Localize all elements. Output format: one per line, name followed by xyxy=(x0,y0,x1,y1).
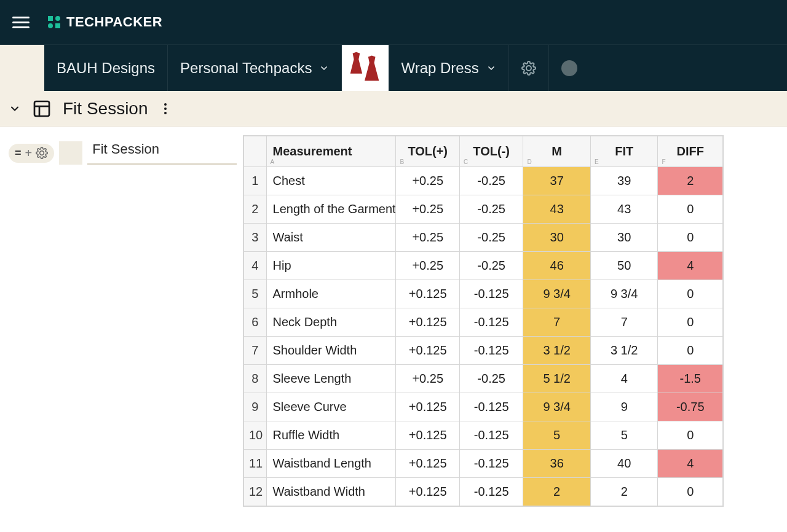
cell-tol-minus[interactable]: -0.125 xyxy=(459,478,523,506)
cell-tol-plus[interactable]: +0.125 xyxy=(396,280,459,308)
cell-m[interactable]: 46 xyxy=(523,252,591,280)
cell-fit[interactable]: 3 1/2 xyxy=(590,337,658,365)
cell-diff[interactable]: 0 xyxy=(658,478,723,506)
cell-tol-minus[interactable]: -0.125 xyxy=(459,308,523,337)
corner-cell[interactable] xyxy=(244,136,267,167)
fit-session-sheet[interactable]: Measurement A TOL(+) B TOL(-) C M xyxy=(243,135,724,507)
cell-measurement[interactable]: Waist xyxy=(266,224,396,252)
table-row[interactable]: 3Waist+0.25-0.2530300 xyxy=(244,224,723,252)
node-controls[interactable]: = + xyxy=(9,144,54,163)
sidebar-node[interactable]: = + Fit Session xyxy=(9,141,237,165)
col-measurement[interactable]: Measurement A xyxy=(266,136,396,167)
cell-m[interactable]: 9 3/4 xyxy=(523,393,591,421)
cell-m[interactable]: 5 1/2 xyxy=(523,365,591,393)
cell-tol-minus[interactable]: -0.125 xyxy=(459,421,523,450)
cell-tol-plus[interactable]: +0.125 xyxy=(396,337,459,365)
chevron-down-icon[interactable] xyxy=(9,103,21,115)
row-number[interactable]: 6 xyxy=(244,308,267,337)
cell-tol-plus[interactable]: +0.125 xyxy=(396,421,459,450)
col-tol-plus[interactable]: TOL(+) B xyxy=(396,136,459,167)
breadcrumb-item[interactable]: Wrap Dress xyxy=(389,45,508,91)
cell-tol-minus[interactable]: -0.25 xyxy=(459,195,523,224)
menu-button[interactable] xyxy=(12,11,34,33)
cell-tol-plus[interactable]: +0.125 xyxy=(396,393,459,421)
node-thumbnail[interactable] xyxy=(59,141,82,165)
gear-icon[interactable] xyxy=(36,147,48,159)
cell-tol-minus[interactable]: -0.25 xyxy=(459,224,523,252)
cell-fit[interactable]: 39 xyxy=(590,167,658,195)
cell-m[interactable]: 2 xyxy=(523,478,591,506)
cell-fit[interactable]: 7 xyxy=(590,308,658,337)
cell-m[interactable]: 37 xyxy=(523,167,591,195)
cell-m[interactable]: 43 xyxy=(523,195,591,224)
node-label-wrap[interactable]: Fit Session xyxy=(87,141,237,165)
cell-m[interactable]: 9 3/4 xyxy=(523,280,591,308)
cell-diff[interactable]: 0 xyxy=(658,308,723,337)
cell-tol-minus[interactable]: -0.125 xyxy=(459,280,523,308)
table-row[interactable]: 1Chest+0.25-0.2537392 xyxy=(244,167,723,195)
row-number[interactable]: 8 xyxy=(244,365,267,393)
cell-diff[interactable]: 4 xyxy=(658,450,723,478)
user-avatar[interactable] xyxy=(549,45,590,91)
cell-diff[interactable]: 0 xyxy=(658,280,723,308)
table-row[interactable]: 5Armhole+0.125-0.1259 3/49 3/40 xyxy=(244,280,723,308)
measurements-table[interactable]: Measurement A TOL(+) B TOL(-) C M xyxy=(243,136,723,506)
row-number[interactable]: 1 xyxy=(244,167,267,195)
cell-measurement[interactable]: Ruffle Width xyxy=(266,421,396,450)
row-number[interactable]: 5 xyxy=(244,280,267,308)
cell-measurement[interactable]: Hip xyxy=(266,252,396,280)
cell-diff[interactable]: 0 xyxy=(658,337,723,365)
cell-tol-minus[interactable]: -0.125 xyxy=(459,393,523,421)
cell-measurement[interactable]: Waistband Length xyxy=(266,450,396,478)
table-row[interactable]: 8Sleeve Length+0.25-0.255 1/24-1.5 xyxy=(244,365,723,393)
table-row[interactable]: 11Waistband Length+0.125-0.12536404 xyxy=(244,450,723,478)
app-logo[interactable]: TECHPACKER xyxy=(47,14,162,30)
cell-measurement[interactable]: Length of the Garment xyxy=(266,195,396,224)
table-row[interactable]: 12Waistband Width+0.125-0.125220 xyxy=(244,478,723,506)
cell-fit[interactable]: 50 xyxy=(590,252,658,280)
settings-button[interactable] xyxy=(509,45,549,91)
table-row[interactable]: 2Length of the Garment+0.25-0.2543430 xyxy=(244,195,723,224)
cell-fit[interactable]: 9 3/4 xyxy=(590,280,658,308)
cell-m[interactable]: 3 1/2 xyxy=(523,337,591,365)
cell-diff[interactable]: -0.75 xyxy=(658,393,723,421)
col-fit[interactable]: FIT E xyxy=(590,136,658,167)
cell-tol-minus[interactable]: -0.125 xyxy=(459,337,523,365)
cell-measurement[interactable]: Sleeve Length xyxy=(266,365,396,393)
cell-diff[interactable]: 0 xyxy=(658,224,723,252)
cell-diff[interactable]: 4 xyxy=(658,252,723,280)
cell-tol-plus[interactable]: +0.25 xyxy=(396,252,459,280)
table-row[interactable]: 9Sleeve Curve+0.125-0.1259 3/49-0.75 xyxy=(244,393,723,421)
col-diff[interactable]: DIFF F xyxy=(658,136,723,167)
cell-fit[interactable]: 9 xyxy=(590,393,658,421)
cell-m[interactable]: 5 xyxy=(523,421,591,450)
row-number[interactable]: 4 xyxy=(244,252,267,280)
cell-tol-plus[interactable]: +0.125 xyxy=(396,308,459,337)
cell-fit[interactable]: 43 xyxy=(590,195,658,224)
table-row[interactable]: 10Ruffle Width+0.125-0.125550 xyxy=(244,421,723,450)
cell-tol-minus[interactable]: -0.25 xyxy=(459,167,523,195)
add-icon[interactable]: + xyxy=(25,146,33,160)
cell-measurement[interactable]: Shoulder Width xyxy=(266,337,396,365)
section-menu-button[interactable] xyxy=(159,103,172,115)
cell-fit[interactable]: 30 xyxy=(590,224,658,252)
cell-measurement[interactable]: Neck Depth xyxy=(266,308,396,337)
row-number[interactable]: 3 xyxy=(244,224,267,252)
cell-tol-plus[interactable]: +0.25 xyxy=(396,167,459,195)
cell-diff[interactable]: -1.5 xyxy=(658,365,723,393)
cell-fit[interactable]: 40 xyxy=(590,450,658,478)
cell-measurement[interactable]: Chest xyxy=(266,167,396,195)
breadcrumb-org[interactable]: BAUH Designs xyxy=(44,45,168,91)
layout-icon[interactable] xyxy=(32,99,52,119)
table-row[interactable]: 4Hip+0.25-0.2546504 xyxy=(244,252,723,280)
row-number[interactable]: 7 xyxy=(244,337,267,365)
table-row[interactable]: 6Neck Depth+0.125-0.125770 xyxy=(244,308,723,337)
row-number[interactable]: 2 xyxy=(244,195,267,224)
row-number[interactable]: 9 xyxy=(244,393,267,421)
cell-tol-minus[interactable]: -0.25 xyxy=(459,252,523,280)
cell-fit[interactable]: 4 xyxy=(590,365,658,393)
cell-tol-plus[interactable]: +0.125 xyxy=(396,478,459,506)
cell-tol-plus[interactable]: +0.125 xyxy=(396,450,459,478)
cell-diff[interactable]: 0 xyxy=(658,421,723,450)
cell-m[interactable]: 7 xyxy=(523,308,591,337)
